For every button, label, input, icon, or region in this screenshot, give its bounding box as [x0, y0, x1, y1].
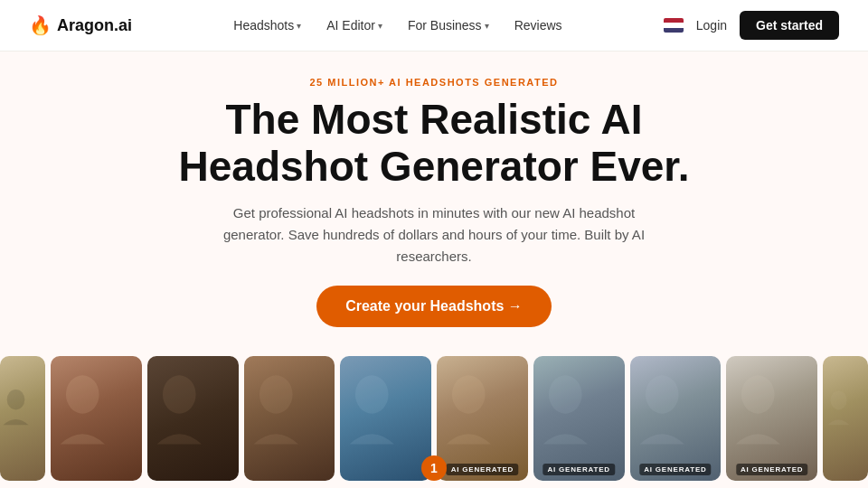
flame-icon: 🔥	[29, 14, 52, 36]
navbar: 🔥 Aragon.ai Headshots ▾ AI Editor ▾ For …	[0, 0, 868, 52]
photo-card: AI GENERATED	[437, 356, 528, 481]
svg-point-6	[549, 375, 582, 413]
chevron-down-icon: ▾	[297, 21, 301, 31]
photo-card: AI GENERATED	[726, 356, 817, 481]
logo[interactable]: 🔥 Aragon.ai	[29, 14, 132, 36]
login-button[interactable]: Login	[696, 18, 727, 33]
ai-generated-badge: AI GENERATED	[542, 464, 614, 475]
svg-point-4	[355, 375, 389, 413]
photo-card	[244, 356, 335, 481]
cta-button[interactable]: Create your Headshots →	[316, 286, 552, 327]
nav-reviews[interactable]: Reviews	[514, 18, 562, 33]
page-indicator[interactable]: 1	[421, 455, 447, 481]
trusted-section: TRUSTED BY LEADING PROFESSIONALS Pfizer …	[0, 481, 868, 488]
photo-card	[147, 356, 239, 481]
svg-point-2	[163, 375, 196, 413]
photo-card	[51, 356, 142, 481]
nav-links: Headshots ▾ AI Editor ▾ For Business ▾ R…	[233, 18, 561, 33]
svg-point-8	[741, 375, 775, 413]
photo-card: AI GENERATED	[630, 356, 722, 481]
chevron-down-icon: ▾	[485, 21, 489, 31]
svg-point-5	[452, 375, 486, 413]
svg-point-3	[259, 375, 292, 413]
ai-generated-badge: AI GENERATED	[736, 464, 807, 475]
hero-section: 25 MILLION+ AI HEADSHOTS GENERATED The M…	[0, 52, 868, 342]
photo-card: AI GENERATED	[533, 356, 625, 481]
chevron-down-icon: ▾	[378, 21, 382, 31]
logo-text: Aragon.ai	[57, 16, 132, 35]
hero-badge: 25 MILLION+ AI HEADSHOTS GENERATED	[18, 77, 850, 88]
hero-subtitle: Get professional AI headshots in minutes…	[217, 202, 651, 267]
ai-generated-badge: AI GENERATED	[447, 464, 518, 475]
photo-card	[340, 356, 431, 481]
photo-card	[0, 356, 45, 481]
svg-point-1	[66, 375, 99, 413]
svg-point-7	[645, 375, 678, 413]
ai-generated-badge: AI GENERATED	[639, 464, 711, 475]
nav-for-business[interactable]: For Business ▾	[408, 18, 489, 33]
nav-headshots[interactable]: Headshots ▾	[233, 18, 301, 33]
nav-ai-editor[interactable]: AI Editor ▾	[326, 18, 382, 33]
svg-point-0	[7, 389, 25, 409]
svg-point-9	[830, 390, 846, 409]
photo-card	[823, 356, 868, 481]
hero-title: The Most Realistic AI Headshot Generator…	[18, 97, 850, 190]
nav-actions: Login Get started	[664, 11, 839, 40]
flag-icon	[664, 18, 684, 33]
get-started-button[interactable]: Get started	[740, 11, 839, 40]
